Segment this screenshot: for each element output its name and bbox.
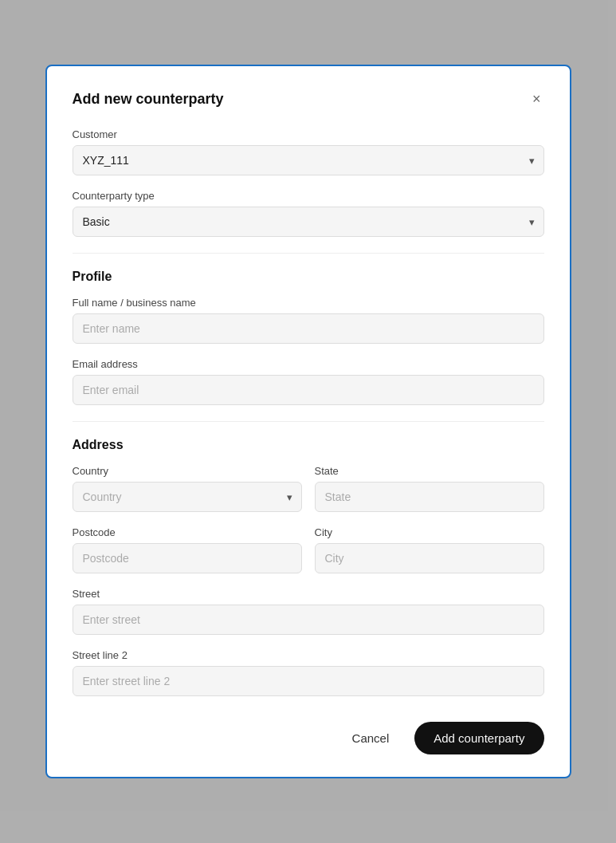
postcode-input[interactable] bbox=[73, 543, 302, 573]
counterparty-type-select[interactable]: Basic Advanced bbox=[73, 207, 544, 237]
divider-profile bbox=[73, 253, 544, 254]
add-counterparty-button[interactable]: Add counterparty bbox=[414, 722, 543, 754]
divider-address bbox=[73, 421, 544, 422]
street-label: Street bbox=[73, 588, 544, 600]
city-label: City bbox=[315, 526, 544, 538]
street-field-group: Street bbox=[73, 588, 544, 635]
customer-select[interactable]: XYZ_111 XYZ_222 XYZ_333 bbox=[73, 145, 544, 175]
city-input[interactable] bbox=[315, 543, 544, 573]
add-counterparty-modal: Add new counterparty × Customer XYZ_111 … bbox=[45, 65, 571, 778]
street-input[interactable] bbox=[73, 605, 544, 635]
customer-field-group: Customer XYZ_111 XYZ_222 XYZ_333 ▾ bbox=[73, 128, 544, 175]
counterparty-type-label: Counterparty type bbox=[73, 190, 544, 202]
modal-title: Add new counterparty bbox=[73, 91, 224, 108]
country-select[interactable]: Country United States United Kingdom Can… bbox=[73, 482, 302, 512]
modal-footer: Cancel Add counterparty bbox=[73, 722, 544, 754]
country-label: Country bbox=[73, 465, 302, 477]
city-field-group: City bbox=[315, 526, 544, 573]
email-input[interactable] bbox=[73, 375, 544, 405]
full-name-label: Full name / business name bbox=[73, 297, 544, 309]
postcode-city-row: Postcode City bbox=[73, 526, 544, 588]
email-label: Email address bbox=[73, 358, 544, 370]
modal-header: Add new counterparty × bbox=[73, 89, 544, 109]
postcode-label: Postcode bbox=[73, 526, 302, 538]
full-name-field-group: Full name / business name bbox=[73, 297, 544, 344]
country-state-row: Country Country United States United Kin… bbox=[73, 465, 544, 526]
address-section-title: Address bbox=[73, 438, 544, 452]
state-field-group: State bbox=[315, 465, 544, 512]
country-select-wrapper: Country United States United Kingdom Can… bbox=[73, 482, 302, 512]
counterparty-type-select-wrapper: Basic Advanced ▾ bbox=[73, 207, 544, 237]
street2-input[interactable] bbox=[73, 666, 544, 696]
street2-label: Street line 2 bbox=[73, 649, 544, 661]
customer-select-wrapper: XYZ_111 XYZ_222 XYZ_333 ▾ bbox=[73, 145, 544, 175]
modal-overlay: Add new counterparty × Customer XYZ_111 … bbox=[0, 0, 616, 843]
state-input[interactable] bbox=[315, 482, 544, 512]
email-field-group: Email address bbox=[73, 358, 544, 405]
state-label: State bbox=[315, 465, 544, 477]
customer-label: Customer bbox=[73, 128, 544, 140]
postcode-field-group: Postcode bbox=[73, 526, 302, 573]
profile-section-title: Profile bbox=[73, 270, 544, 284]
street2-field-group: Street line 2 bbox=[73, 649, 544, 696]
full-name-input[interactable] bbox=[73, 313, 544, 344]
close-button[interactable]: × bbox=[529, 89, 544, 109]
cancel-button[interactable]: Cancel bbox=[339, 723, 402, 753]
country-field-group: Country Country United States United Kin… bbox=[73, 465, 302, 512]
counterparty-type-field-group: Counterparty type Basic Advanced ▾ bbox=[73, 190, 544, 237]
